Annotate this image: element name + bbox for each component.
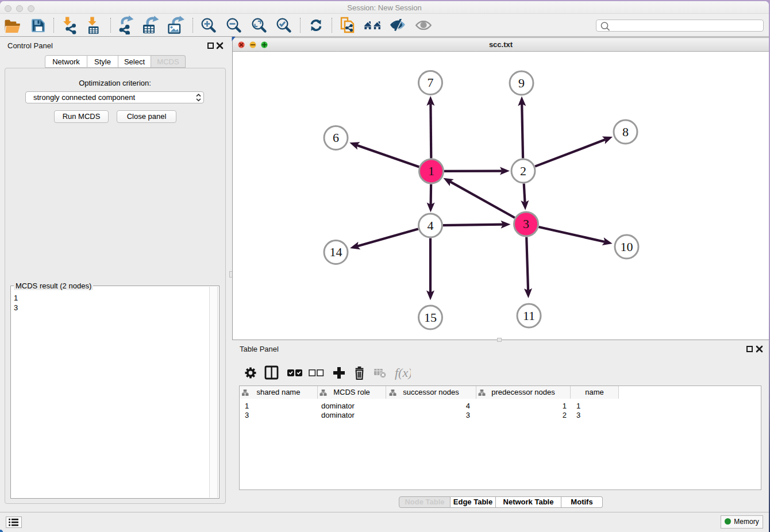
svg-text:9: 9 bbox=[518, 76, 525, 90]
svg-text:3: 3 bbox=[523, 217, 529, 231]
svg-text:4: 4 bbox=[428, 218, 434, 233]
svg-text:15: 15 bbox=[424, 310, 437, 325]
svg-text:8: 8 bbox=[622, 125, 629, 139]
svg-text:10: 10 bbox=[621, 240, 633, 254]
svg-text:6: 6 bbox=[333, 130, 339, 145]
svg-text:11: 11 bbox=[523, 309, 535, 323]
svg-text:f(x): f(x) bbox=[395, 365, 411, 380]
svg-text:2: 2 bbox=[520, 164, 526, 178]
svg-text:14: 14 bbox=[330, 245, 342, 259]
svg-text:1: 1 bbox=[428, 164, 434, 178]
svg-text:7: 7 bbox=[428, 75, 434, 90]
